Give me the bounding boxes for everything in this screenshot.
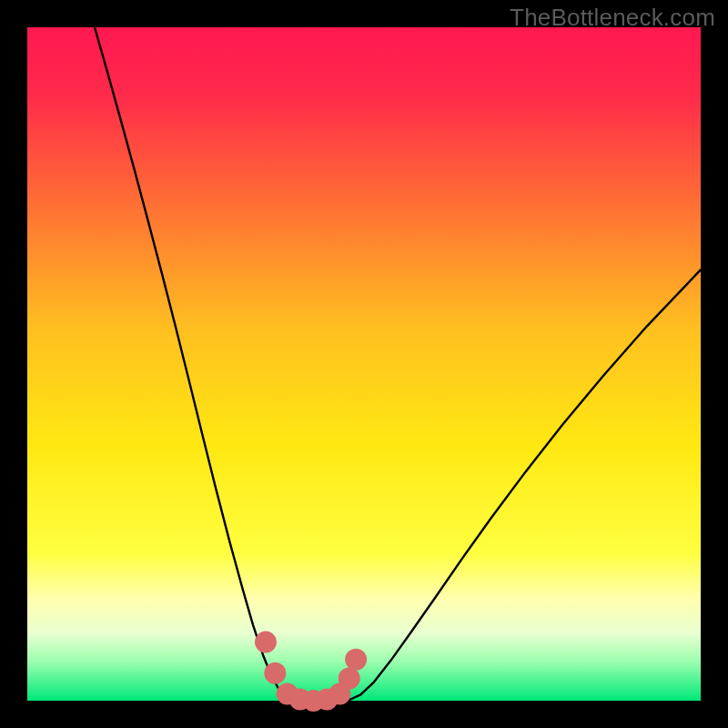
svg-point-9: [339, 668, 360, 690]
svg-point-10: [345, 649, 367, 671]
bottleneck-chart: TheBottleneck.com: [0, 0, 728, 728]
svg-point-2: [255, 632, 277, 653]
svg-point-3: [264, 662, 286, 684]
chart-canvas: [0, 0, 728, 728]
svg-rect-1: [27, 27, 701, 701]
watermark-label: TheBottleneck.com: [510, 4, 715, 32]
